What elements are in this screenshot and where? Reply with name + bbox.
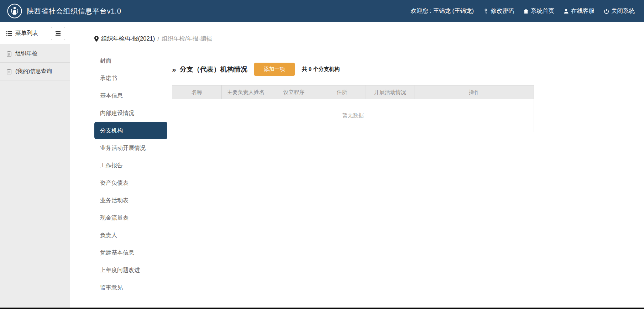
topbar: 陕西省社会组织信息平台v1.0 欢迎您 : 王锦龙 (王锦龙) 修改密码 系统首… bbox=[0, 0, 644, 22]
list-icon bbox=[6, 31, 12, 36]
report-section-nav: 封面 承诺书 基本信息 内部建设情况 分支机构 业务活动开展情况 工作报告 资产… bbox=[94, 52, 167, 296]
home-icon bbox=[523, 9, 529, 14]
nav-item-branches[interactable]: 分支机构 bbox=[94, 122, 167, 139]
clipboard-icon bbox=[7, 51, 11, 57]
sidebar-item-label: (我的)信息查询 bbox=[15, 68, 52, 75]
sidebar-item-label: 组织年检 bbox=[15, 50, 37, 57]
breadcrumb-current[interactable]: 组织年检/年报(2021) bbox=[101, 35, 155, 43]
table-header-row: 名称 主要负责人姓名 设立程序 住所 开展活动情况 操作 bbox=[172, 85, 534, 99]
branches-table: 名称 主要负责人姓名 设立程序 住所 开展活动情况 操作 暂无数据 bbox=[172, 85, 534, 132]
logout-label: 关闭系统 bbox=[611, 7, 635, 15]
col-header-procedure: 设立程序 bbox=[270, 85, 318, 99]
platform-logo-icon bbox=[7, 4, 22, 19]
body-row: 封面 承诺书 基本信息 内部建设情况 分支机构 业务活动开展情况 工作报告 资产… bbox=[94, 52, 644, 296]
nav-item-commitment[interactable]: 承诺书 bbox=[94, 69, 167, 87]
change-password-link[interactable]: 修改密码 bbox=[483, 7, 514, 15]
menu-list-label: 菜单列表 bbox=[15, 30, 38, 37]
user-icon bbox=[564, 9, 569, 14]
breadcrumb-page: 组织年检/年报-编辑 bbox=[162, 35, 212, 43]
location-pin-icon bbox=[94, 36, 99, 42]
nav-item-activity-table[interactable]: 业务活动表 bbox=[94, 192, 167, 209]
system-home-link[interactable]: 系统首页 bbox=[523, 7, 554, 15]
nav-item-internal-building[interactable]: 内部建设情况 bbox=[94, 104, 167, 122]
clipboard-icon bbox=[7, 69, 11, 74]
window-bottom-edge bbox=[0, 308, 644, 309]
online-service-link[interactable]: 在线客服 bbox=[564, 7, 595, 15]
nav-item-cover[interactable]: 封面 bbox=[94, 52, 167, 69]
nav-item-person-in-charge[interactable]: 负责人 bbox=[94, 226, 167, 244]
col-header-leader: 主要负责人姓名 bbox=[221, 85, 270, 99]
sidebar-item-annual-inspection[interactable]: 组织年检 bbox=[0, 45, 70, 63]
menu-list-title: 菜单列表 bbox=[6, 30, 38, 37]
topbar-right: 欢迎您 : 王锦龙 (王锦龙) 修改密码 系统首页 bbox=[410, 7, 635, 15]
add-item-button[interactable]: 添加一项 bbox=[254, 63, 295, 76]
col-header-name: 名称 bbox=[172, 85, 222, 99]
branches-panel: » 分支（代表）机构情况 添加一项 共 0 个分支机构 名称 主要负责人姓名 bbox=[172, 52, 644, 132]
change-password-label: 修改密码 bbox=[491, 7, 514, 15]
welcome-text: 欢迎您 : 王锦龙 (王锦龙) bbox=[410, 7, 474, 15]
sidebar-toggle-button[interactable] bbox=[51, 27, 65, 40]
power-icon bbox=[604, 9, 609, 14]
key-icon bbox=[483, 9, 488, 14]
nav-item-party-building[interactable]: 党建基本信息 bbox=[94, 244, 167, 261]
section-title: 分支（代表）机构情况 bbox=[180, 65, 247, 74]
logout-link[interactable]: 关闭系统 bbox=[604, 7, 635, 15]
chevrons-icon: » bbox=[172, 65, 176, 74]
sidebar: 菜单列表 组织年检 bbox=[0, 22, 70, 308]
sidebar-item-my-info-query[interactable]: (我的)信息查询 bbox=[0, 63, 70, 80]
main-content: 组织年检/年报(2021) / 组织年检/年报-编辑 封面 承诺书 基本信息 内… bbox=[70, 22, 644, 296]
breadcrumb: 组织年检/年报(2021) / 组织年检/年报-编辑 bbox=[94, 35, 644, 43]
empty-row: 暂无数据 bbox=[172, 99, 534, 132]
sidebar-header: 菜单列表 bbox=[0, 22, 70, 45]
nav-item-balance-sheet[interactable]: 资产负债表 bbox=[94, 174, 167, 192]
branch-count-text: 共 0 个分支机构 bbox=[302, 66, 340, 73]
system-home-label: 系统首页 bbox=[531, 7, 554, 15]
nav-item-basic-info[interactable]: 基本信息 bbox=[94, 87, 167, 104]
nav-item-last-year-improve[interactable]: 上年度问题改进 bbox=[94, 261, 167, 279]
nav-item-cash-flow[interactable]: 现金流量表 bbox=[94, 209, 167, 226]
breadcrumb-separator: / bbox=[157, 36, 159, 42]
online-service-label: 在线客服 bbox=[571, 7, 595, 15]
section-head: » 分支（代表）机构情况 添加一项 共 0 个分支机构 bbox=[172, 63, 644, 76]
nav-item-work-report[interactable]: 工作报告 bbox=[94, 157, 167, 174]
col-header-activities: 开展活动情况 bbox=[366, 85, 414, 99]
col-header-actions: 操作 bbox=[414, 85, 534, 99]
app-title: 陕西省社会组织信息平台v1.0 bbox=[27, 6, 121, 16]
col-header-address: 住所 bbox=[318, 85, 366, 99]
nav-item-supervisor-opinion[interactable]: 监事意见 bbox=[94, 279, 167, 296]
empty-data-text: 暂无数据 bbox=[172, 99, 534, 132]
hamburger-icon bbox=[56, 31, 61, 36]
nav-item-business-activities[interactable]: 业务活动开展情况 bbox=[94, 139, 167, 157]
